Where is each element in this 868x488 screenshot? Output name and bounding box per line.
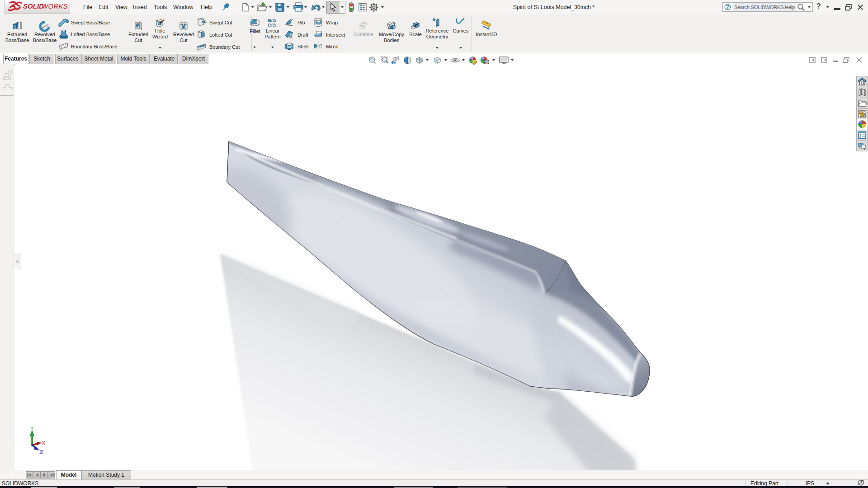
svg-text:SOLID: SOLID [23, 2, 44, 10]
svg-text:?: ? [726, 5, 729, 9]
svg-text:WORKS: WORKS [42, 2, 68, 10]
